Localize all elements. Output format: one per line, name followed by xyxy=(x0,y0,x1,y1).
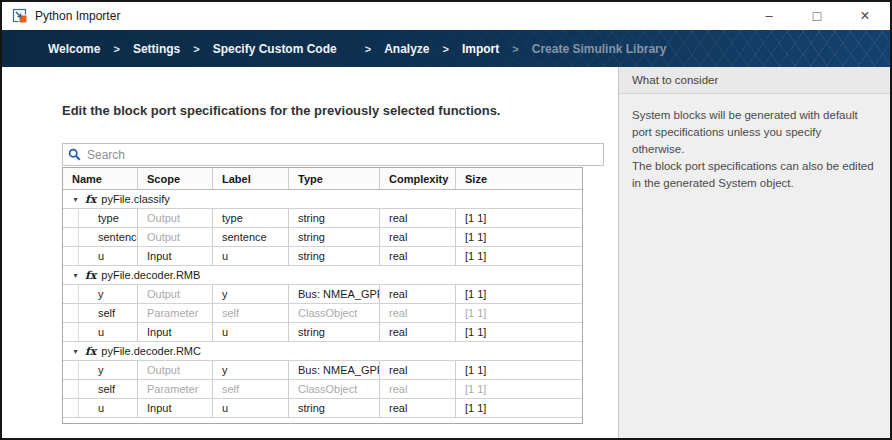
table-cell[interactable]: Output xyxy=(138,361,213,379)
collapse-icon[interactable]: ▾ xyxy=(69,195,82,204)
port-name: type xyxy=(79,212,119,224)
table-cell[interactable]: Parameter xyxy=(138,304,213,322)
table-cell[interactable]: self xyxy=(213,380,289,398)
table-cell[interactable]: Input xyxy=(138,247,213,265)
maximize-button[interactable]: □ xyxy=(802,3,832,29)
search-box[interactable] xyxy=(62,143,604,166)
table-cell[interactable]: [1 1] xyxy=(456,247,582,265)
main-panel: Edit the block port specifications for t… xyxy=(2,67,618,438)
table-cell[interactable]: u xyxy=(213,323,289,341)
table-cell[interactable]: [1 1] xyxy=(456,323,582,341)
table-cell[interactable]: sentence xyxy=(213,228,289,246)
group-label: pyFile.decoder.RMB xyxy=(101,269,200,281)
window-controls: – □ × xyxy=(736,3,880,29)
table-cell[interactable]: real xyxy=(380,247,456,265)
table-cell[interactable]: [1 1] xyxy=(456,399,582,417)
group-row[interactable]: ▾fxpyFile.decoder.RMB xyxy=(63,266,582,285)
table-cell[interactable]: [1 1] xyxy=(456,304,582,322)
table-cell[interactable]: [1 1] xyxy=(456,209,582,227)
close-button[interactable]: × xyxy=(850,3,880,29)
breadcrumb-separator: > xyxy=(512,43,518,55)
sidebar-title: What to consider xyxy=(619,67,890,94)
table-cell[interactable]: type xyxy=(63,209,138,227)
table-cell[interactable]: Bus: NMEA_GPRMC xyxy=(289,361,380,379)
table-cell[interactable]: Input xyxy=(138,399,213,417)
breadcrumb: Welcome>Settings>Specify Custom Code>Ana… xyxy=(2,30,890,67)
table-row[interactable]: yOutputyBus: NMEA_GPRMBreal[1 1] xyxy=(63,285,582,304)
table-cell[interactable]: Parameter xyxy=(138,380,213,398)
collapse-icon[interactable]: ▾ xyxy=(69,347,82,356)
port-name: self xyxy=(79,307,115,319)
table-cell[interactable]: real xyxy=(380,380,456,398)
table-cell[interactable]: real xyxy=(380,209,456,227)
table-cell[interactable]: Bus: NMEA_GPRMB xyxy=(289,285,380,303)
table-cell[interactable]: real xyxy=(380,285,456,303)
table-cell[interactable]: [1 1] xyxy=(456,285,582,303)
table-cell[interactable]: string xyxy=(289,399,380,417)
breadcrumb-step-settings[interactable]: Settings xyxy=(133,42,180,56)
breadcrumb-step-import[interactable]: Import xyxy=(462,42,499,56)
breadcrumb-step-specify-custom-code[interactable]: Specify Custom Code xyxy=(213,42,337,56)
table-row[interactable]: selfParameterselfClassObjectreal[1 1] xyxy=(63,304,582,323)
table-cell[interactable]: real xyxy=(380,399,456,417)
table-cell[interactable]: self xyxy=(213,304,289,322)
table-cell[interactable]: ClassObject xyxy=(289,304,380,322)
sidebar-paragraph: The block port specifications can also b… xyxy=(632,158,876,192)
table-cell[interactable]: u xyxy=(63,399,138,417)
breadcrumb-separator: > xyxy=(443,43,449,55)
port-name: sentence xyxy=(79,231,138,243)
table-cell[interactable]: ClassObject xyxy=(289,380,380,398)
table-cell[interactable]: sentence xyxy=(63,228,138,246)
tree-indent xyxy=(63,285,79,303)
table-cell[interactable]: type xyxy=(213,209,289,227)
table-cell[interactable]: string xyxy=(289,247,380,265)
breadcrumb-step-create-simulink-library: Create Simulink Library xyxy=(532,42,667,56)
table-row[interactable]: yOutputyBus: NMEA_GPRMCreal[1 1] xyxy=(63,361,582,380)
table-cell[interactable]: [1 1] xyxy=(456,361,582,379)
table-cell[interactable]: real xyxy=(380,323,456,341)
table-row[interactable]: typeOutputtypestringreal[1 1] xyxy=(63,209,582,228)
search-input[interactable] xyxy=(87,145,598,164)
table-cell[interactable]: Output xyxy=(138,209,213,227)
table-cell[interactable]: self xyxy=(63,380,138,398)
table-cell[interactable]: Input xyxy=(138,323,213,341)
table-cell[interactable]: real xyxy=(380,228,456,246)
table-row[interactable]: uInputustringreal[1 1] xyxy=(63,247,582,266)
table-header-row: NameScopeLabelTypeComplexitySize xyxy=(63,168,582,190)
table-cell[interactable]: string xyxy=(289,209,380,227)
table-cell[interactable]: string xyxy=(289,323,380,341)
table-cell[interactable]: y xyxy=(213,285,289,303)
table-cell[interactable]: u xyxy=(213,399,289,417)
table-row[interactable]: selfParameterselfClassObjectreal[1 1] xyxy=(63,380,582,399)
column-header-label: Label xyxy=(213,168,289,189)
table-cell[interactable]: y xyxy=(63,361,138,379)
function-icon: fx xyxy=(85,193,96,206)
table-cell[interactable]: y xyxy=(213,361,289,379)
table-cell[interactable]: string xyxy=(289,228,380,246)
table-row[interactable]: uInputustringreal[1 1] xyxy=(63,399,582,418)
table-cell[interactable]: Output xyxy=(138,228,213,246)
column-header-type: Type xyxy=(289,168,380,189)
group-row[interactable]: ▾fxpyFile.decoder.RMC xyxy=(63,342,582,361)
table-cell[interactable]: u xyxy=(63,323,138,341)
table-row[interactable]: uInputustringreal[1 1] xyxy=(63,323,582,342)
table-cell[interactable]: u xyxy=(63,247,138,265)
tree-indent xyxy=(63,247,79,265)
minimize-button[interactable]: – xyxy=(754,3,784,29)
tree-indent xyxy=(63,361,79,379)
table-row[interactable]: sentenceOutputsentencestringreal[1 1] xyxy=(63,228,582,247)
group-row[interactable]: ▾fxpyFile.classify xyxy=(63,190,582,209)
table-footer-strip xyxy=(63,418,582,423)
table-cell[interactable]: real xyxy=(380,361,456,379)
table-cell[interactable]: y xyxy=(63,285,138,303)
port-name: u xyxy=(79,250,104,262)
breadcrumb-step-welcome[interactable]: Welcome xyxy=(48,42,100,56)
table-cell[interactable]: real xyxy=(380,304,456,322)
table-cell[interactable]: [1 1] xyxy=(456,380,582,398)
table-cell[interactable]: self xyxy=(63,304,138,322)
table-cell[interactable]: u xyxy=(213,247,289,265)
table-cell[interactable]: [1 1] xyxy=(456,228,582,246)
collapse-icon[interactable]: ▾ xyxy=(69,271,82,280)
table-cell[interactable]: Output xyxy=(138,285,213,303)
breadcrumb-step-analyze[interactable]: Analyze xyxy=(384,42,429,56)
